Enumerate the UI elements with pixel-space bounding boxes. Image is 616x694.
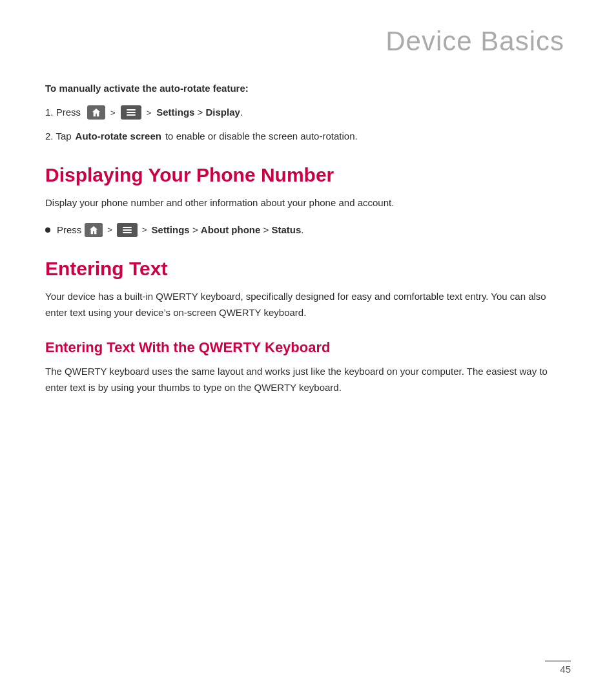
phone-number-section: Displaying Your Phone Number Display you…: [45, 164, 571, 237]
step-2: 2. Tap Auto-rotate screen to enable or d…: [45, 129, 571, 144]
bullet-content: Press > > Settings > About phone > Statu…: [57, 223, 303, 238]
bullet-suffix: Settings > About phone > Status.: [152, 223, 304, 238]
menu-icon-1: [121, 105, 141, 120]
step-2-prefix: 2. Tap: [45, 129, 72, 144]
phone-number-title: Displaying Your Phone Number: [45, 164, 571, 186]
arrow-2: >: [147, 107, 152, 120]
bullet-dot: [45, 227, 50, 233]
chapter-title: Device Basics: [45, 26, 571, 57]
home-icon-2: [85, 223, 103, 237]
qwerty-subtitle: Entering Text With the QWERTY Keyboard: [45, 339, 571, 356]
phone-number-bullet: Press > > Settings > About phone > Statu…: [45, 223, 571, 238]
arrow-4: >: [142, 224, 147, 237]
step-1-suffix: Settings > Display.: [156, 105, 243, 120]
step-1-prefix: 1. Press: [45, 105, 81, 120]
entering-text-section: Entering Text Your device has a built-in…: [45, 258, 571, 321]
qwerty-section: Entering Text With the QWERTY Keyboard T…: [45, 339, 571, 396]
step-2-bold: Auto-rotate screen: [76, 129, 161, 144]
step-1: 1. Press > > Settings > Display.: [45, 105, 571, 120]
menu-icon-2: [117, 223, 138, 237]
page-content: Device Basics To manually activate the a…: [0, 0, 616, 694]
auto-rotate-section: To manually activate the auto-rotate fea…: [45, 83, 571, 143]
entering-text-description: Your device has a built-in QWERTY keyboa…: [45, 289, 571, 321]
page-number: 45: [560, 664, 571, 675]
instruction-label: To manually activate the auto-rotate fea…: [45, 83, 571, 94]
step-2-suffix: to enable or disable the screen auto-rot…: [165, 129, 358, 144]
page-line: [545, 660, 571, 662]
entering-text-title: Entering Text: [45, 258, 571, 280]
phone-number-description: Display your phone number and other info…: [45, 195, 571, 211]
qwerty-description: The QWERTY keyboard uses the same layout…: [45, 364, 571, 396]
home-icon-1: [87, 105, 105, 120]
arrow-3: >: [107, 224, 112, 237]
bullet-press: Press: [57, 223, 81, 238]
arrow-1: >: [110, 107, 116, 120]
